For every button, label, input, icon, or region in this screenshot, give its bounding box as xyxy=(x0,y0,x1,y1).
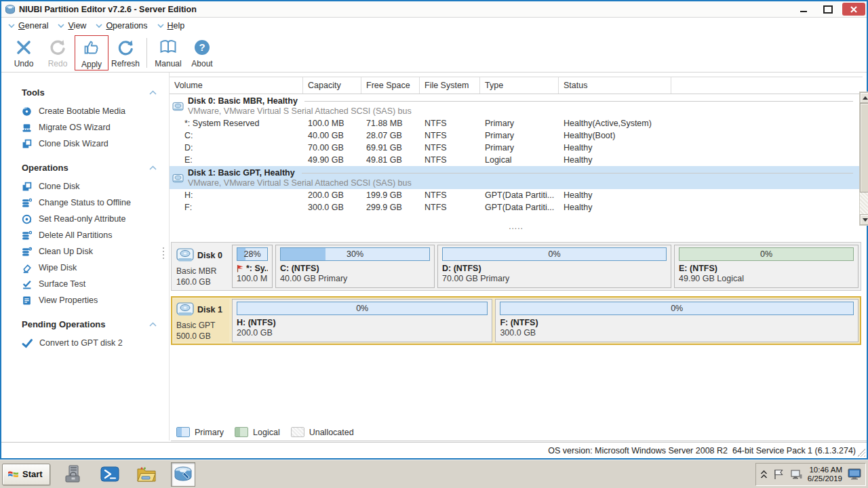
partition-block-h[interactable]: 0% H: (NTFS) 200.0 GB xyxy=(232,299,492,342)
redo-button[interactable]: Redo xyxy=(41,35,75,70)
sidebar-item-clone-disk[interactable]: Clone Disk xyxy=(1,178,169,195)
usage-bar: 0% xyxy=(500,302,854,315)
menu-general[interactable]: General xyxy=(8,21,48,30)
server-manager-button[interactable] xyxy=(61,462,85,487)
niubi-taskbar-button[interactable] xyxy=(171,462,195,487)
pending-item-convert-gpt[interactable]: Convert to GPT disk 2 xyxy=(1,335,169,351)
diskmap-row-disk1: Disk 1 Basic GPT 500.0 GB 0% H: (NTFS) 2… xyxy=(171,296,861,345)
tray-clock[interactable]: 10:46 AM 6/25/2019 xyxy=(808,466,842,483)
refresh-button[interactable]: Refresh xyxy=(108,35,142,70)
legend-unallocated: Unallocated xyxy=(291,427,354,437)
refresh-icon xyxy=(115,37,136,58)
app-window: NIUBI Partition Editor v7.2.6 - Server E… xyxy=(0,0,868,460)
partition-block-e[interactable]: 0% E: (NTFS) 49.90 GB Logical xyxy=(674,245,859,288)
sidebar-item-set-readonly[interactable]: Set Read-only Attribute xyxy=(1,211,169,227)
column-header-file-system[interactable]: File System xyxy=(420,77,480,94)
sidebar-section-operations: Operations Clone Disk Change Status to O… xyxy=(1,159,169,308)
svg-text:?: ? xyxy=(199,41,205,53)
apply-button[interactable]: Apply xyxy=(75,35,108,70)
more-rows-indicator: ..... xyxy=(170,222,863,231)
column-header-type[interactable]: Type xyxy=(480,77,559,94)
volume-row-f[interactable]: F:300.0 GB299.9 GBNTFSGPT(Data Partiti..… xyxy=(170,201,863,214)
section-header-pending[interactable]: Pending Operations xyxy=(1,315,169,335)
manual-button[interactable]: Manual xyxy=(151,35,185,70)
disk-stack-icon xyxy=(22,230,32,241)
sidebar-item-surface-test[interactable]: Surface Test xyxy=(1,276,169,292)
system-tray: 10:46 AM 6/25/2019 xyxy=(755,463,866,486)
partition-block-c[interactable]: 30% C: (NTFS) 40.00 GB Primary xyxy=(275,245,435,288)
powershell-button[interactable] xyxy=(98,462,122,487)
disk-stack-icon xyxy=(22,198,32,208)
usage-bar: 0% xyxy=(442,247,667,261)
volume-row-d[interactable]: D:70.00 GB69.91 GBNTFSPrimaryHealthy xyxy=(170,142,863,154)
volume-row-c[interactable]: C:40.00 GB28.07 GBNTFSPrimaryHealthy(Boo… xyxy=(170,129,863,142)
volume-table: Disk 0: Basic MBR, Healthy VMware, VMwar… xyxy=(170,94,863,241)
disc-icon xyxy=(22,106,32,117)
about-button[interactable]: ? About xyxy=(185,35,219,70)
column-header-volume[interactable]: Volume xyxy=(170,77,303,94)
primary-swatch xyxy=(176,427,190,437)
show-hidden-icons-chevron[interactable] xyxy=(760,470,768,479)
disk-group-subtitle: VMware, VMware Virtual S Serial Attached… xyxy=(188,106,863,116)
partition-block-d[interactable]: 0% D: (NTFS) 70.00 GB Primary xyxy=(437,245,671,288)
chevron-up-icon xyxy=(149,165,157,170)
sidebar-item-delete-all-partitions[interactable]: Delete All Partitions xyxy=(1,227,169,243)
sidebar-item-clone-disk-wizard[interactable]: Clone Disk Wizard xyxy=(1,136,169,152)
column-header-capacity[interactable]: Capacity xyxy=(303,77,361,94)
logical-swatch xyxy=(235,427,248,437)
toolbar-separator xyxy=(146,38,147,68)
disk-drive-icon xyxy=(176,302,194,318)
scroll-up-button[interactable] xyxy=(860,92,868,103)
column-header-free-space[interactable]: Free Space xyxy=(361,77,420,94)
sidebar-item-wipe-disk[interactable]: Wipe Disk xyxy=(1,260,169,276)
disk0-header[interactable]: Disk 0 Basic MBR 160.0 GB xyxy=(174,245,229,288)
volume-row-h[interactable]: H:200.0 GB199.9 GBNTFSGPT(Data Partiti..… xyxy=(170,189,863,201)
column-header-status[interactable]: Status xyxy=(559,77,671,94)
disk-drive-icon xyxy=(172,98,184,116)
app-icon xyxy=(5,4,16,15)
sidebar-item-create-bootable-media[interactable]: Create Bootable Media xyxy=(1,103,169,119)
sidebar-item-view-properties[interactable]: View Properties xyxy=(1,292,169,308)
question-icon: ? xyxy=(192,37,212,58)
action-center-flag-icon[interactable] xyxy=(773,468,785,480)
partition-block-system-reserved[interactable]: 28% *: Sy... 100.0 MB xyxy=(232,245,273,288)
undo-button[interactable]: Undo xyxy=(7,35,41,70)
status-bar: OS version: Microsoft Windows Server 200… xyxy=(1,442,867,458)
explorer-button[interactable] xyxy=(134,462,159,487)
usage-bar: 0% xyxy=(679,247,854,261)
disk-group-header-1[interactable]: Disk 1: Basic GPT, Healthy VMware, VMwar… xyxy=(170,166,863,189)
sidebar-item-migrate-os-wizard[interactable]: Migrate OS Wizard xyxy=(1,119,169,136)
sidebar-item-clean-up-disk[interactable]: Clean Up Disk xyxy=(1,243,169,260)
menu-help[interactable]: Help xyxy=(157,21,185,30)
chevron-down-icon xyxy=(58,24,64,28)
disk1-header[interactable]: Disk 1 Basic GPT 500.0 GB xyxy=(174,299,229,342)
legend-primary: Primary xyxy=(176,427,224,437)
resize-grip[interactable] xyxy=(857,449,865,457)
sidebar-item-change-status-offline[interactable]: Change Status to Offline xyxy=(1,195,169,211)
show-desktop-icon[interactable] xyxy=(848,468,861,480)
close-button[interactable] xyxy=(842,3,865,16)
scrollbar-thumb[interactable] xyxy=(860,103,868,192)
table-header: Volume Capacity Free Space File System T… xyxy=(170,77,863,94)
volume-row-e[interactable]: E:49.90 GB49.81 GBNTFSLogicalHealthy xyxy=(170,154,863,166)
minimize-button[interactable] xyxy=(793,3,814,16)
table-scrollbar[interactable] xyxy=(859,92,868,226)
volume-row-system-reserved[interactable]: *: System Reserved100.0 MB71.88 MBNTFSPr… xyxy=(170,117,863,129)
readonly-icon xyxy=(22,214,32,224)
section-header-tools[interactable]: Tools xyxy=(1,83,169,103)
network-icon[interactable] xyxy=(790,469,802,480)
disk-group-header-0[interactable]: Disk 0: Basic MBR, Healthy VMware, VMwar… xyxy=(170,94,863,117)
menu-operations[interactable]: Operations xyxy=(96,21,147,30)
panel-splitter-handle[interactable] xyxy=(163,247,164,259)
section-header-operations[interactable]: Operations xyxy=(1,159,169,178)
menu-view[interactable]: View xyxy=(58,21,86,30)
maximize-button[interactable] xyxy=(818,3,838,16)
partition-block-f[interactable]: 0% F: (NTFS) 300.0 GB xyxy=(495,299,859,342)
scrollbar-track[interactable] xyxy=(860,192,868,214)
start-button[interactable]: Start xyxy=(2,464,50,485)
book-icon xyxy=(158,37,178,58)
clone-icon xyxy=(22,182,32,192)
chevron-down-icon xyxy=(157,24,164,28)
sidebar: Tools Create Bootable Media Migrate OS W… xyxy=(1,73,170,441)
scroll-down-button[interactable] xyxy=(860,214,868,225)
